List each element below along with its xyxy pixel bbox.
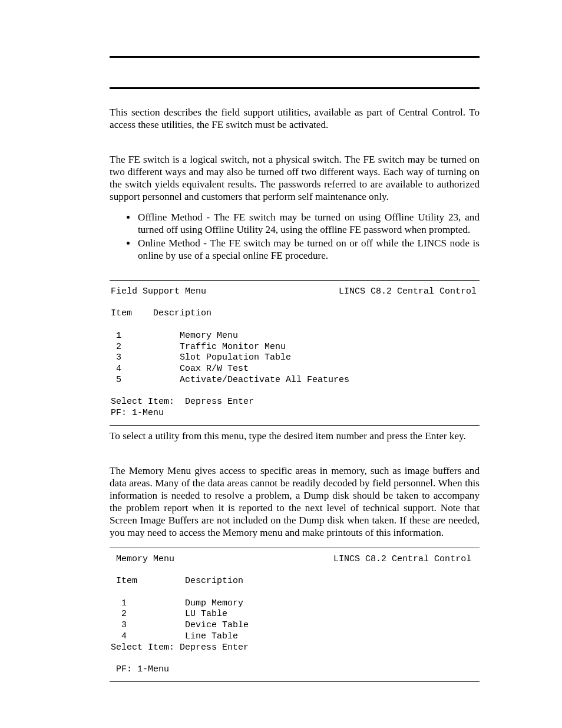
field-support-menu-screen: Field Support Menu LINCS C8.2 Central Co…: [110, 280, 480, 426]
field-menu-instruction: To select a utility from this menu, type…: [110, 430, 480, 443]
list-item: Offline Method - The FE switch may be tu…: [137, 212, 480, 236]
list-item: Online Method - The FE switch may be tur…: [137, 238, 480, 262]
memory-menu-screen: Memory Menu LINCS C8.2 Central Control I…: [110, 548, 480, 682]
memory-menu-paragraph: The Memory Menu gives access to specific…: [110, 465, 480, 539]
intro-paragraph: This section describes the field support…: [110, 107, 480, 131]
fe-methods-list: Offline Method - The FE switch may be tu…: [110, 212, 480, 262]
top-rule-2: [110, 87, 480, 89]
fe-switch-paragraph: The FE switch is a logical switch, not a…: [110, 154, 480, 203]
